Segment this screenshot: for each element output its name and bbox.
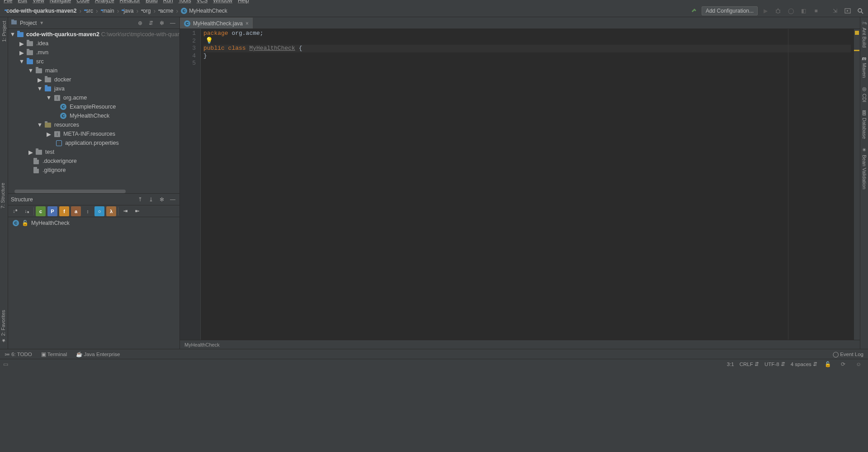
terminal-tool-button[interactable]: ▣ Terminal: [41, 351, 67, 357]
search-everywhere-icon[interactable]: [855, 6, 865, 16]
tree-item-test[interactable]: ▶test: [8, 147, 179, 157]
sort-alpha-icon[interactable]: ↓ᵃ: [10, 206, 20, 216]
menu-vcs[interactable]: VCS: [197, 0, 208, 4]
editor-body[interactable]: 12345 💡 package org.acme; public class M…: [180, 29, 860, 340]
breadcrumb-project[interactable]: code-with-quarkus-maven2: [3, 8, 78, 14]
menu-edit[interactable]: Edit: [18, 0, 27, 4]
filter-property-icon[interactable]: P: [47, 206, 57, 216]
file-encoding[interactable]: UTF-8 ⇵: [764, 361, 785, 367]
chevron-right-icon: ›: [79, 7, 81, 14]
tree-item-exampleresource[interactable]: CExampleResource: [8, 102, 179, 111]
menu-code[interactable]: Code: [76, 0, 90, 4]
tree-item-idea[interactable]: ▶.idea: [8, 39, 179, 48]
tree-item-dockerignore[interactable]: .dockerignore: [8, 157, 179, 166]
breadcrumb-class[interactable]: CMyHealthCheck: [179, 8, 229, 14]
add-configuration-button[interactable]: Add Configuration...: [702, 6, 758, 15]
debug-icon[interactable]: [773, 6, 783, 16]
line-gutter[interactable]: 12345: [180, 29, 201, 340]
stop-icon[interactable]: ■: [811, 6, 821, 16]
warning-marker-icon[interactable]: [855, 31, 859, 35]
favorites-tool-button[interactable]: ★ 2: Favorites: [0, 308, 8, 345]
intention-bulb-icon[interactable]: 💡: [205, 37, 213, 45]
menu-help[interactable]: Help: [238, 0, 249, 4]
filter-field-icon[interactable]: f: [59, 206, 69, 216]
indent-setting[interactable]: 4 spaces ⇵: [791, 361, 817, 367]
tree-item-main[interactable]: ▼main: [8, 66, 179, 75]
structure-item[interactable]: C 🔓 MyHealthCheck: [13, 220, 175, 226]
tree-item-resources[interactable]: ▼resources: [8, 120, 179, 129]
java-enterprise-tool-button[interactable]: ☕ Java Enterprise: [76, 351, 120, 357]
tree-item-gitignore[interactable]: .gitignore: [8, 166, 179, 175]
tree-item-docker[interactable]: ▶docker: [8, 75, 179, 84]
filter-lambda-icon[interactable]: λ: [106, 206, 116, 216]
autoscroll-from-icon[interactable]: ⇤: [132, 206, 142, 216]
maven-tool-button[interactable]: mMaven: [862, 56, 867, 78]
inspection-profile-icon[interactable]: ☺: [854, 359, 863, 369]
tree-item-pkg[interactable]: ▼org.acme: [8, 93, 179, 102]
settings-icon[interactable]: ✻: [158, 19, 166, 27]
memory-indicator-icon[interactable]: ⟳: [838, 359, 848, 369]
project-tool-button[interactable]: 1: Project: [1, 21, 7, 42]
menu-view[interactable]: View: [33, 0, 44, 4]
readonly-lock-icon[interactable]: 🔓: [823, 359, 833, 369]
hide-icon[interactable]: —: [169, 19, 177, 27]
collapse-icon[interactable]: ⤓: [147, 195, 155, 204]
autoscroll-to-icon[interactable]: ⇥: [120, 206, 130, 216]
tree-item-src[interactable]: ▼src: [8, 57, 179, 66]
toolwindow-toggle-icon[interactable]: ▭: [2, 359, 9, 369]
menu-file[interactable]: File: [4, 0, 12, 4]
warning-marker-icon[interactable]: [854, 50, 859, 51]
tree-item-myhealthcheck[interactable]: CMyHealthCheck: [8, 111, 179, 120]
breadcrumb-main[interactable]: main: [99, 8, 116, 14]
filter-inherited-icon[interactable]: ↕: [83, 206, 93, 216]
hide-icon[interactable]: —: [169, 195, 177, 204]
filter-anon-icon[interactable]: a: [71, 206, 81, 216]
vcs-update-icon[interactable]: ⇲: [830, 6, 840, 16]
code-content[interactable]: 💡 package org.acme; public class MyHealt…: [201, 29, 854, 340]
breadcrumb-org[interactable]: org: [139, 8, 152, 14]
ant-build-tool-button[interactable]: 🐜Ant Build: [861, 20, 868, 48]
tree-item-java[interactable]: ▼java: [8, 84, 179, 93]
menu-tools[interactable]: Tools: [179, 0, 191, 4]
structure-body[interactable]: C 🔓 MyHealthCheck: [8, 217, 179, 349]
structure-tool-button[interactable]: 7: Structure: [0, 181, 8, 211]
build-hammer-icon[interactable]: [689, 6, 699, 16]
breadcrumb-acme[interactable]: acme: [156, 8, 175, 14]
settings-icon[interactable]: ✻: [158, 195, 166, 204]
run-icon[interactable]: ▶: [760, 6, 770, 16]
filter-impl-icon[interactable]: ○: [94, 206, 104, 216]
menu-window[interactable]: Window: [213, 0, 232, 4]
profile-icon[interactable]: ◧: [798, 6, 808, 16]
filter-class-icon[interactable]: c: [36, 206, 46, 216]
tree-item-mvn[interactable]: ▶.mvn: [8, 48, 179, 57]
collapse-all-icon[interactable]: ⇵: [147, 19, 155, 27]
project-tree[interactable]: ▼code-with-quarkus-maven2C:\work\src\tmp…: [8, 29, 179, 193]
menu-build[interactable]: Build: [146, 0, 158, 4]
error-stripe[interactable]: [854, 29, 860, 340]
breadcrumb-src[interactable]: src: [82, 8, 95, 14]
database-tool-button[interactable]: 🗄Database: [862, 110, 867, 139]
locate-icon[interactable]: ⊕: [136, 19, 144, 27]
sort-visibility-icon[interactable]: ↓ₐ: [22, 206, 32, 216]
tree-item-appprops[interactable]: application.properties: [8, 138, 179, 147]
menu-run[interactable]: Run: [163, 0, 173, 4]
run-target-icon[interactable]: [843, 6, 853, 16]
editor-breadcrumb[interactable]: MyHealthCheck: [184, 342, 220, 347]
coverage-icon[interactable]: ◯: [786, 6, 796, 16]
close-icon[interactable]: ×: [245, 20, 249, 27]
editor-tab[interactable]: C MyHealthCheck.java ×: [180, 18, 253, 29]
bean-validation-tool-button[interactable]: ✳Bean Validation: [862, 147, 867, 189]
event-log-button[interactable]: ◯ Event Log: [833, 351, 863, 357]
menu-analyze[interactable]: Analyze: [95, 0, 114, 4]
tree-root[interactable]: ▼code-with-quarkus-maven2C:\work\src\tmp…: [8, 30, 179, 39]
line-separator[interactable]: CRLF ⇵: [740, 361, 759, 367]
breadcrumb-java[interactable]: java: [120, 8, 135, 14]
menu-navigate[interactable]: Navigate: [50, 0, 71, 4]
menu-refactor[interactable]: Refactor: [120, 0, 140, 4]
todo-tool-button[interactable]: ≔ 6: TODO: [5, 351, 32, 357]
expand-icon[interactable]: ⤒: [136, 195, 144, 204]
tree-item-metainf[interactable]: ▶META-INF.resources: [8, 129, 179, 138]
horizontal-scrollbar[interactable]: [14, 190, 126, 193]
cursor-position[interactable]: 3:1: [727, 362, 734, 367]
cdi-tool-button[interactable]: ◎CDI: [862, 86, 867, 102]
